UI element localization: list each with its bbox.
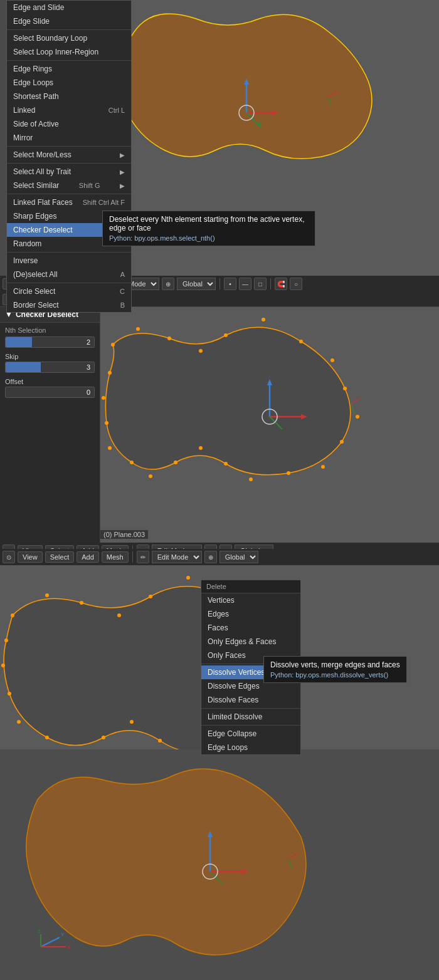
svg-line-39 (351, 404, 354, 414)
nav-icon[interactable]: ⊙ (3, 551, 15, 563)
svg-text:Y: Y (61, 932, 65, 937)
delete-toolbar: ⊙ View Select Add Mesh ✏ Edit Mode ⊕ Glo… (0, 549, 439, 565)
menu-item-edge-loops[interactable]: Edge Loops (7, 76, 131, 90)
menu-item-deselect-all[interactable]: (De)select All A (7, 268, 131, 281)
mesh-btn[interactable]: Mesh (102, 551, 129, 563)
offset-slider[interactable]: 0 (5, 387, 95, 398)
menu-label: Linked (13, 106, 35, 115)
svg-point-11 (167, 336, 171, 340)
dd-item-dissolve-faces[interactable]: Dissolve Faces (201, 693, 300, 707)
edge-select-icon[interactable]: — (239, 278, 251, 290)
svg-point-40 (11, 613, 14, 617)
checker-deselect-panel: ▼ Checker Deselect Nth Selection 2 Skip … (0, 307, 100, 564)
toolbar-sep (132, 551, 133, 563)
menu-label: Inverse (13, 256, 38, 265)
menu-item-edge-rings[interactable]: Edge Rings (7, 62, 131, 76)
svg-point-12 (199, 349, 203, 353)
svg-point-20 (321, 465, 325, 469)
global-icon[interactable]: ⊕ (162, 278, 174, 290)
dd-separator (201, 725, 300, 726)
face-select-icon[interactable]: □ (254, 278, 267, 290)
menu-separator (7, 29, 131, 30)
menu-item-circle-select[interactable]: Circle Select C (7, 284, 131, 298)
menu-separator (7, 60, 131, 61)
add-btn[interactable]: Add (77, 551, 99, 563)
offset-slider-row: Offset 0 (5, 378, 95, 398)
menu-item-side-active[interactable]: Side of Active (7, 117, 131, 131)
dd-item-only-edges-faces[interactable]: Only Edges & Faces (201, 635, 300, 649)
menu-item-mirror[interactable]: Mirror (7, 131, 131, 145)
menu-shortcut: Shift Ctrl Alt F (83, 199, 125, 206)
menu-label: Select All by Trait (13, 167, 71, 176)
middle-mesh-svg (100, 307, 439, 543)
svg-point-14 (262, 318, 265, 321)
global-select[interactable]: Global (177, 278, 216, 290)
dd-item-edge-loops[interactable]: Edge Loops (201, 741, 300, 754)
snap-icon[interactable]: 🧲 (275, 278, 287, 290)
menu-item-edge-and-slide[interactable]: Edge and Slide (7, 1, 131, 14)
dd-item-edges[interactable]: Edges (201, 607, 300, 621)
menu-item-linked[interactable]: Linked Ctrl L (7, 103, 131, 117)
select-dropdown-menu: Edge and Slide Edge Slide Select Boundar… (6, 0, 132, 313)
menu-item-linked-flat-faces[interactable]: Linked Flat Faces Shift Ctrl Alt F (7, 195, 131, 209)
nth-selection-slider[interactable]: 2 (5, 336, 95, 348)
svg-point-54 (158, 739, 162, 743)
menu-label: Select Loop Inner-Region (13, 48, 98, 56)
svg-line-38 (351, 398, 361, 404)
select-btn[interactable]: Select (45, 551, 75, 563)
menu-item-border-select[interactable]: Border Select B (7, 298, 131, 312)
menu-shortcut: B (120, 301, 125, 309)
menu-shortcut: C (120, 288, 125, 295)
final-axis-svg: Y X Z (34, 928, 72, 953)
menu-item-edge-slide[interactable]: Edge Slide (7, 14, 131, 28)
svg-point-61 (1, 664, 5, 667)
skip-slider[interactable]: 3 (5, 362, 95, 373)
menu-item-select-boundary-loop[interactable]: Select Boundary Loop (7, 31, 131, 45)
dd-item-limited-dissolve[interactable]: Limited Dissolve (201, 710, 300, 724)
toolbar-sep (270, 278, 271, 289)
skip-label: Skip (5, 353, 95, 360)
svg-point-30 (102, 396, 105, 400)
final-viewport: Y X Z (0, 749, 439, 980)
edit-icon[interactable]: ✏ (137, 551, 149, 563)
menu-item-select-more-less[interactable]: Select More/Less ▶ (7, 148, 131, 162)
dd-item-faces[interactable]: Faces (201, 621, 300, 635)
menu-item-shortest-path[interactable]: Shortest Path (7, 90, 131, 103)
vert-select-icon[interactable]: • (224, 278, 236, 290)
svg-point-24 (199, 446, 203, 450)
svg-point-25 (174, 461, 177, 464)
plane-label: (0) Plane.003 (100, 530, 148, 539)
svg-point-15 (299, 340, 303, 343)
menu-item-select-loop-inner[interactable]: Select Loop Inner-Region (7, 45, 131, 59)
menu-label: Sharp Edges (13, 212, 56, 221)
menu-label: Circle Select (13, 287, 55, 296)
proportional-icon[interactable]: ○ (290, 278, 302, 290)
view-btn[interactable]: View (18, 551, 43, 563)
menu-label: Select More/Less (13, 150, 71, 159)
slider-fill (6, 362, 41, 372)
svg-point-13 (224, 333, 228, 337)
delete-header: Delete (201, 580, 300, 593)
menu-shortcut: Shift G (79, 182, 100, 189)
global-select[interactable]: Global (220, 551, 258, 563)
svg-point-62 (4, 639, 8, 642)
middle-viewport (100, 307, 439, 543)
svg-point-26 (149, 474, 152, 478)
slider-value: 0 (87, 388, 90, 396)
menu-item-select-similar[interactable]: Select Similar Shift G ▶ (7, 179, 131, 192)
menu-label: Edge Loops (13, 78, 53, 87)
dd-item-vertices[interactable]: Vertices (201, 593, 300, 607)
menu-shortcut: A (120, 271, 125, 278)
menu-label: Checker Deselect (13, 226, 73, 234)
global-icon[interactable]: ⊕ (204, 551, 217, 563)
svg-point-23 (224, 462, 228, 466)
svg-point-45 (186, 576, 190, 580)
mode-select[interactable]: Edit Mode (152, 551, 202, 563)
dd-item-edge-collapse[interactable]: Edge Collapse (201, 727, 300, 741)
tooltip-code: Python: bpy.ops.mesh.dissolve_verts() (270, 671, 400, 679)
svg-point-43 (117, 613, 121, 617)
svg-point-28 (108, 446, 112, 450)
menu-item-inverse[interactable]: Inverse (7, 254, 131, 268)
svg-point-29 (105, 421, 108, 425)
menu-item-select-all-trait[interactable]: Select All by Trait ▶ (7, 165, 131, 179)
